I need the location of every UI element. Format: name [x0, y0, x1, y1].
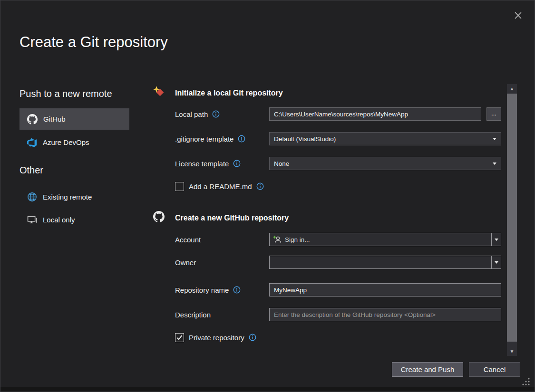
github-icon	[27, 114, 38, 124]
sidebar-item-label: GitHub	[43, 115, 66, 123]
repository-name-label: Repository name	[175, 283, 241, 296]
readme-row: Add a README.md	[175, 181, 264, 192]
close-button[interactable]	[510, 8, 525, 22]
window-bottom-edge	[0, 387, 535, 392]
resize-grip[interactable]	[521, 376, 531, 387]
other-heading: Other	[19, 165, 43, 176]
info-icon[interactable]	[238, 135, 245, 143]
scrollbar[interactable]: ▲ ▼	[507, 84, 517, 356]
owner-dropdown[interactable]	[269, 256, 501, 269]
private-repository-checkbox[interactable]	[175, 333, 184, 342]
readme-checkbox[interactable]	[175, 182, 184, 191]
chevron-down-icon	[493, 163, 496, 165]
scroll-thumb[interactable]	[507, 94, 517, 342]
account-value: Sign in...	[285, 236, 310, 243]
dropdown-value: Default (VisualStudio)	[274, 135, 336, 143]
github-section-title: Create a new GitHub repository	[175, 214, 289, 222]
chevron-down-icon	[495, 261, 498, 264]
description-input[interactable]	[269, 308, 501, 321]
repository-name-input[interactable]	[269, 283, 501, 296]
sidebar-item-label: Azure DevOps	[43, 138, 89, 146]
monitor-icon	[27, 215, 37, 225]
sign-in-icon	[273, 235, 282, 244]
page-title: Create a Git repository	[19, 34, 168, 51]
init-section-title: Initialize a local Git repository	[175, 89, 283, 97]
create-and-push-button[interactable]: Create and Push	[392, 362, 463, 377]
chevron-down-icon	[493, 138, 496, 140]
license-template-dropdown[interactable]: None	[269, 157, 501, 170]
account-label: Account	[175, 233, 201, 246]
sidebar-item-local-only[interactable]: Local only	[19, 209, 129, 230]
sidebar-item-existing-remote[interactable]: Existing remote	[19, 186, 129, 207]
account-dropdown-button[interactable]	[491, 233, 501, 246]
check-icon	[176, 335, 183, 341]
sidebar-item-label: Local only	[43, 216, 75, 224]
github-section-icon	[153, 211, 165, 222]
info-icon[interactable]	[249, 334, 256, 341]
push-remote-heading: Push to a new remote	[19, 88, 112, 99]
info-icon[interactable]	[212, 110, 220, 118]
azure-devops-icon	[27, 137, 37, 147]
private-repository-label: Private repository	[189, 332, 256, 343]
sidebar-item-github[interactable]: GitHub	[19, 108, 129, 130]
scroll-down-button[interactable]: ▼	[507, 347, 517, 356]
scroll-up-button[interactable]: ▲	[507, 84, 517, 93]
cancel-button[interactable]: Cancel	[469, 362, 520, 377]
create-git-repository-dialog: Create a Git repository Push to a new re…	[0, 0, 535, 392]
license-template-label: License template	[175, 157, 241, 170]
gitignore-template-label: .gitignore template	[175, 132, 245, 145]
info-icon[interactable]	[233, 286, 241, 294]
account-dropdown[interactable]: Sign in...	[269, 233, 501, 246]
description-label: Description	[175, 308, 211, 321]
gitignore-template-dropdown[interactable]: Default (VisualStudio)	[269, 132, 501, 145]
sidebar-item-azure-devops[interactable]: Azure DevOps	[19, 132, 129, 153]
browse-button[interactable]: ...	[486, 107, 501, 121]
chevron-down-icon	[495, 239, 498, 241]
private-row: Private repository	[175, 332, 256, 343]
local-path-label: Local path	[175, 107, 220, 121]
globe-icon	[27, 192, 37, 202]
sidebar-item-label: Existing remote	[43, 193, 92, 201]
close-icon	[515, 12, 522, 19]
owner-label: Owner	[175, 256, 196, 269]
dropdown-value: None	[274, 160, 289, 167]
readme-label: Add a README.md	[189, 181, 264, 192]
info-icon[interactable]	[256, 182, 264, 190]
owner-dropdown-button[interactable]	[491, 256, 501, 268]
resize-grip-icon	[521, 376, 531, 387]
init-repository-icon	[153, 86, 165, 98]
info-icon[interactable]	[233, 160, 241, 167]
local-path-input[interactable]	[269, 107, 481, 121]
